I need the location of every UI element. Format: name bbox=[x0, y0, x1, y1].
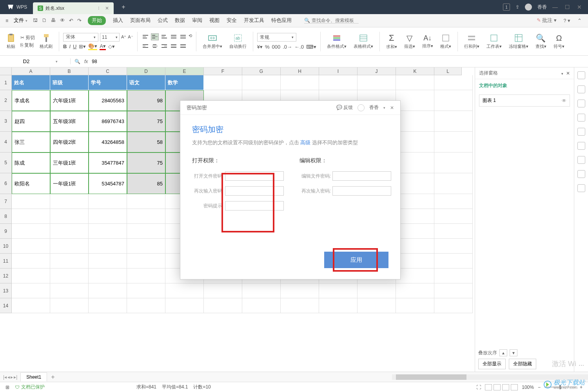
open-password-repeat-input[interactable] bbox=[225, 186, 284, 196]
feedback-button[interactable]: 💬 反馈 bbox=[336, 104, 353, 111]
function-icon[interactable]: 🔍 bbox=[74, 59, 80, 64]
menu-icon[interactable]: ≡ bbox=[5, 18, 8, 24]
cell[interactable] bbox=[50, 283, 89, 298]
comma-icon[interactable]: 000 bbox=[272, 44, 280, 50]
cell[interactable] bbox=[358, 298, 396, 313]
cell[interactable] bbox=[204, 298, 242, 313]
cell[interactable]: 98 bbox=[127, 90, 165, 111]
symbol-button[interactable]: Ω符号▾ bbox=[551, 30, 567, 53]
cell[interactable] bbox=[127, 194, 165, 209]
font-family-select[interactable]: 宋体▾ bbox=[63, 33, 98, 42]
decrease-decimal-icon[interactable]: ←.0 bbox=[294, 44, 304, 50]
table-style-button[interactable]: 表格样式▾ bbox=[351, 30, 376, 53]
cell[interactable]: 李成名 bbox=[12, 90, 50, 111]
col-header[interactable]: B bbox=[50, 67, 89, 75]
cell[interactable] bbox=[434, 90, 473, 111]
object-item[interactable]: 图表 1 👁 bbox=[479, 94, 570, 107]
row-header[interactable]: 6 bbox=[0, 173, 12, 194]
rail-select-icon[interactable] bbox=[577, 71, 585, 79]
align-left-icon[interactable] bbox=[142, 43, 149, 50]
new-tab-button[interactable]: + bbox=[118, 4, 129, 11]
sheet-tab[interactable]: Sheet1 bbox=[20, 372, 47, 381]
maximize-button[interactable]: ☐ bbox=[565, 4, 570, 10]
file-menu[interactable]: 文件▾ bbox=[14, 17, 27, 24]
align-center-icon[interactable] bbox=[151, 43, 159, 50]
sort-button[interactable]: A↓排序▾ bbox=[420, 30, 436, 53]
increase-font-icon[interactable]: A⁺ bbox=[121, 34, 126, 40]
close-tab-icon[interactable]: ✕ bbox=[105, 5, 109, 11]
justify-icon[interactable] bbox=[170, 43, 178, 50]
freeze-button[interactable]: 冻结窗格▾ bbox=[506, 30, 531, 53]
cell[interactable] bbox=[319, 75, 358, 90]
col-header[interactable]: K bbox=[396, 67, 434, 75]
visibility-icon[interactable]: 👁 bbox=[562, 98, 566, 103]
cell[interactable]: 28405563 bbox=[89, 90, 127, 111]
rail-style-icon[interactable] bbox=[577, 85, 585, 93]
cell[interactable] bbox=[242, 75, 281, 90]
cell[interactable] bbox=[165, 283, 204, 298]
collapse-ribbon-icon[interactable]: ⌃ bbox=[577, 18, 582, 24]
cell[interactable] bbox=[434, 224, 473, 239]
help-button[interactable]: ? ▾ bbox=[564, 18, 570, 24]
col-header[interactable]: F bbox=[204, 67, 242, 75]
add-sheet-button[interactable]: + bbox=[47, 374, 58, 381]
table-header-cell[interactable]: 姓名 bbox=[12, 75, 50, 90]
fill-color-button[interactable]: 🎨▾ bbox=[88, 43, 97, 50]
table-header-cell[interactable]: 数学 bbox=[165, 75, 204, 90]
cell[interactable]: 43264858 bbox=[89, 132, 127, 152]
cell[interactable] bbox=[127, 239, 165, 254]
indent-right-icon[interactable] bbox=[179, 33, 187, 40]
cell[interactable]: 53454787 bbox=[89, 173, 127, 194]
cell[interactable]: 陈成 bbox=[12, 152, 50, 173]
open-password-input[interactable] bbox=[225, 171, 284, 181]
row-header[interactable]: 5 bbox=[0, 152, 12, 173]
print-preview-icon[interactable]: 🗋 bbox=[42, 18, 47, 24]
cell[interactable] bbox=[12, 298, 50, 313]
cell[interactable]: 赵四 bbox=[12, 111, 50, 132]
tab-review[interactable]: 审阅 bbox=[192, 17, 202, 24]
hide-all-button[interactable]: 全部隐藏 bbox=[509, 359, 536, 369]
select-all-corner[interactable] bbox=[0, 67, 12, 75]
italic-button[interactable]: I bbox=[69, 44, 71, 49]
cell[interactable] bbox=[434, 75, 473, 90]
cell[interactable] bbox=[50, 298, 89, 313]
col-header[interactable]: H bbox=[281, 67, 319, 75]
save-icon[interactable]: 🖫 bbox=[33, 18, 38, 24]
undo-icon[interactable]: ↶ bbox=[69, 18, 73, 24]
cell[interactable]: 三年级1班 bbox=[50, 152, 89, 173]
clear-format-button[interactable]: ◇▾ bbox=[108, 44, 115, 49]
cell[interactable] bbox=[396, 152, 434, 173]
cell[interactable]: 58 bbox=[127, 132, 165, 152]
cell[interactable] bbox=[89, 194, 127, 209]
preview-icon[interactable]: 👁 bbox=[60, 18, 65, 24]
cell[interactable] bbox=[127, 224, 165, 239]
cell[interactable] bbox=[89, 269, 127, 283]
rail-link-icon[interactable] bbox=[577, 170, 585, 178]
tab-layout[interactable]: 页面布局 bbox=[130, 17, 151, 24]
row-header[interactable]: 3 bbox=[0, 111, 12, 132]
cell[interactable] bbox=[396, 269, 434, 283]
search-input[interactable] bbox=[312, 18, 359, 23]
cell[interactable]: 五年级3班 bbox=[50, 111, 89, 132]
advanced-link[interactable]: 高级 bbox=[300, 140, 310, 145]
cell[interactable]: 欧阳名 bbox=[12, 173, 50, 194]
col-header[interactable]: G bbox=[242, 67, 281, 75]
row-header[interactable]: 14 bbox=[0, 298, 12, 313]
sheet-nav-last-icon[interactable]: ▸| bbox=[14, 374, 17, 380]
print-icon[interactable]: 🖶 bbox=[51, 18, 56, 24]
rail-backup-icon[interactable] bbox=[577, 184, 585, 192]
font-color-button[interactable]: A▾ bbox=[100, 43, 106, 50]
row-header[interactable]: 7 bbox=[0, 194, 12, 209]
cell[interactable]: 四年级2班 bbox=[50, 132, 89, 152]
sheet-nav-prev-icon[interactable]: ◂ bbox=[7, 374, 10, 380]
password-hint-input[interactable] bbox=[225, 201, 284, 211]
fx-icon[interactable]: fx bbox=[84, 59, 88, 64]
cell[interactable] bbox=[396, 209, 434, 224]
cell[interactable] bbox=[358, 75, 396, 90]
cell[interactable]: 张三 bbox=[12, 132, 50, 152]
row-header[interactable]: 13 bbox=[0, 283, 12, 298]
close-window-button[interactable]: ✕ bbox=[577, 4, 582, 10]
cell[interactable] bbox=[50, 194, 89, 209]
font-size-select[interactable]: 11▾ bbox=[100, 33, 120, 42]
currency-icon[interactable]: ¥▾ bbox=[257, 44, 263, 50]
